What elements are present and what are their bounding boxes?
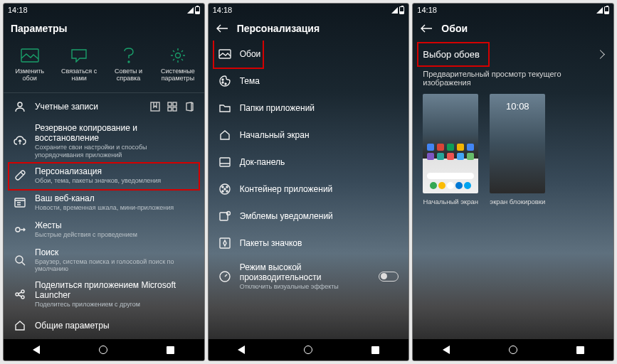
row-subtitle: Обои, тема, пакеты значков, уведомления [35, 177, 194, 185]
status-time: 14:18 [417, 6, 437, 14]
svg-rect-19 [220, 158, 230, 166]
nav-home[interactable] [304, 346, 312, 354]
preview-lock[interactable]: 10:08 экран блокировки [490, 94, 545, 205]
nav-home[interactable] [99, 346, 107, 354]
dock-icon [218, 156, 231, 168]
row-gestures[interactable]: Жесты Быстрые действия с проведением [4, 216, 204, 243]
nav-back[interactable] [238, 346, 245, 354]
row-app-drawer[interactable]: Контейнер приложений [209, 176, 409, 203]
row-performance[interactable]: Режим высокой производительности Отключи… [209, 257, 409, 296]
svg-point-3 [18, 102, 22, 107]
svg-point-17 [222, 82, 223, 83]
picture-icon [218, 48, 231, 60]
quick-change-wallpaper[interactable]: Изменить обои [8, 48, 52, 82]
nav-back[interactable] [443, 346, 450, 354]
office-icon [184, 102, 194, 112]
row-icon-packs[interactable]: Пакеты значков [209, 230, 409, 257]
quick-actions-row: Изменить обои Связаться с нами Советы и … [4, 41, 204, 93]
quick-system-settings[interactable]: Системные параметры [156, 48, 200, 82]
nav-recents[interactable] [167, 346, 174, 354]
nav-recents[interactable] [576, 346, 584, 354]
row-home-screen[interactable]: Начальный экран [209, 122, 409, 149]
svg-point-25 [224, 188, 226, 190]
quick-contact-us[interactable]: Связаться с нами [57, 48, 101, 82]
battery-icon [195, 6, 200, 14]
row-title: Учетные записи [35, 102, 142, 112]
news-icon [14, 196, 26, 209]
row-title: Общие параметры [35, 321, 194, 331]
preview-home[interactable]: Начальный экран [423, 94, 478, 205]
svg-point-22 [226, 186, 228, 188]
performance-toggle[interactable] [379, 272, 399, 282]
quick-label: Связаться с нами [57, 68, 101, 82]
row-search[interactable]: Поиск Браузер, система поиска и голосово… [4, 243, 204, 277]
windows-icon [167, 102, 177, 112]
back-button[interactable] [216, 22, 228, 35]
status-bar: 14:18 [4, 4, 204, 16]
preview-dock [427, 182, 474, 191]
svg-point-13 [21, 290, 24, 293]
quick-label: Советы и справка [107, 68, 151, 82]
svg-rect-5 [168, 102, 172, 106]
row-theme[interactable]: Тема [209, 68, 409, 95]
status-time: 14:18 [8, 6, 28, 14]
svg-rect-7 [168, 107, 172, 111]
screen-personalization: 14:18 Персонализация Обои Тема Папки при… [208, 3, 410, 361]
nav-bar [4, 339, 204, 360]
preview-label: экран блокировки [490, 198, 545, 205]
brush-icon [14, 169, 26, 182]
row-general[interactable]: Общие параметры [4, 312, 204, 339]
svg-point-23 [222, 191, 223, 192]
row-wallpaper[interactable]: Обои [209, 41, 409, 68]
row-title: Обои [240, 49, 399, 59]
svg-point-2 [175, 53, 180, 58]
nav-back[interactable] [33, 346, 40, 354]
app-bar: Персонализация [209, 16, 409, 41]
nav-bar [209, 339, 409, 360]
row-accounts[interactable]: Учетные записи [4, 93, 204, 120]
quick-label: Изменить обои [8, 68, 52, 82]
nav-home[interactable] [509, 346, 517, 354]
preview-lock-time: 10:08 [490, 101, 545, 112]
row-select-wallpaper[interactable]: Выбор обоев [413, 41, 613, 68]
svg-rect-8 [173, 107, 176, 111]
svg-rect-4 [151, 102, 159, 111]
row-title: Тема [240, 76, 399, 86]
row-title: Контейнер приложений [240, 184, 399, 194]
nav-recents[interactable] [371, 346, 379, 354]
page-title: Персонализация [237, 23, 320, 34]
row-app-folders[interactable]: Папки приложений [209, 95, 409, 122]
picture-icon [21, 48, 39, 63]
page-title: Параметры [11, 23, 68, 34]
back-button[interactable] [420, 22, 433, 35]
row-title: Жесты [35, 220, 194, 230]
row-backup[interactable]: Резервное копирование и восстановление С… [4, 120, 204, 162]
quick-help[interactable]: Советы и справка [107, 48, 151, 82]
icon-pack-icon [218, 237, 231, 250]
cloud-up-icon [14, 134, 26, 147]
share-icon [14, 288, 26, 301]
app-grid-icon [218, 183, 231, 196]
row-subtitle: Новости, временная шкала, мини-приложени… [35, 204, 194, 212]
row-subtitle: Поделитесь приложением с другом [35, 301, 194, 309]
battery-icon [604, 6, 609, 14]
preview-header: Предварительный просмотр текущего изобра… [413, 68, 613, 94]
row-subtitle: Отключить визуальные эффекты [240, 283, 371, 291]
signal-icon [596, 7, 603, 14]
row-subtitle: Браузер, система поиска и голосовой поис… [35, 258, 194, 274]
svg-point-12 [16, 293, 19, 296]
row-share[interactable]: Поделиться приложением Microsoft Launche… [4, 277, 204, 312]
row-notification-badges[interactable]: Эмблемы уведомлений [209, 203, 409, 230]
status-bar: 14:18 [413, 4, 613, 16]
row-feed[interactable]: Ваш веб-канал Новости, временная шкала, … [4, 189, 204, 216]
svg-point-10 [16, 228, 20, 232]
page-title: Обои [441, 23, 468, 34]
row-dock[interactable]: Док-панель [209, 149, 409, 176]
row-personalization[interactable]: Персонализация Обои, тема, пакеты значко… [4, 162, 204, 189]
svg-point-11 [16, 256, 23, 263]
row-title: Поиск [35, 247, 194, 257]
preview-search-bar [427, 173, 474, 179]
row-title: Начальный экран [240, 130, 399, 140]
row-title: Резервное копирование и восстановление [35, 123, 194, 143]
svg-point-1 [128, 61, 130, 63]
